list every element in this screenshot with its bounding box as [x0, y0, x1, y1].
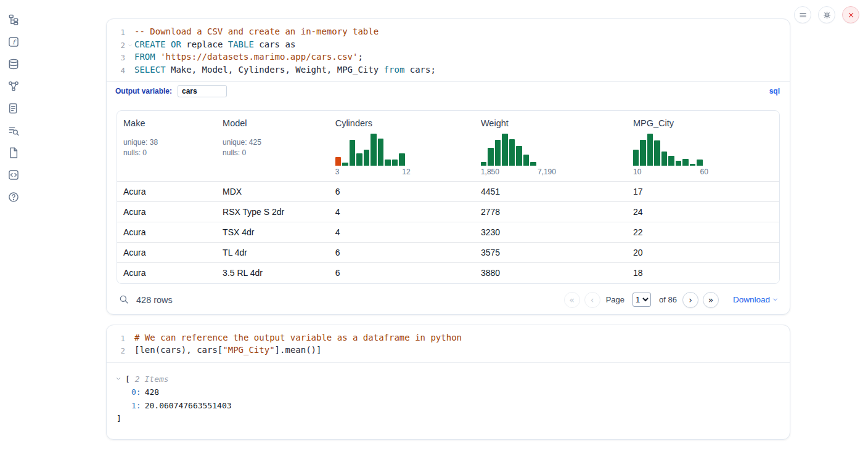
fold-chevron-icon[interactable] — [125, 39, 134, 48]
histogram-bar — [690, 164, 696, 166]
first-page-button[interactable]: « — [564, 292, 580, 308]
last-page-button[interactable]: » — [703, 292, 719, 308]
dependency-graph-icon[interactable] — [7, 80, 20, 92]
code-token: [len(cars), cars[ — [134, 345, 223, 355]
column-label: Make — [123, 118, 210, 128]
code-token: Make, Model, Cylinders, Weight, MPG_City — [166, 65, 384, 75]
snippets-icon[interactable] — [7, 169, 20, 181]
tree-collapse-chevron-icon[interactable] — [115, 374, 124, 383]
sql-code-editor[interactable]: 1 -- Download a CSV and create an in-mem… — [107, 19, 790, 81]
item-value: 20.060747663551403 — [145, 401, 232, 410]
item-index: 0: — [131, 387, 141, 397]
scratchpad-icon[interactable] — [7, 102, 20, 115]
search-icon[interactable] — [118, 294, 130, 306]
gutter — [125, 332, 134, 336]
histogram-bar — [647, 134, 653, 166]
next-page-button[interactable]: › — [682, 292, 698, 308]
histogram-bar — [523, 155, 530, 166]
code-token: ; — [358, 52, 362, 62]
hamburger-menu-icon[interactable] — [794, 6, 811, 23]
line-number: 2 — [110, 39, 125, 52]
histogram-bar — [640, 140, 646, 166]
histogram-bar — [661, 152, 668, 166]
code-line: 2 [len(cars), cars["MPG_City"].mean()] — [110, 344, 781, 357]
code-token: replace — [181, 39, 228, 49]
histogram-bar — [350, 140, 356, 166]
histogram-bar — [371, 134, 377, 166]
download-label: Download — [733, 295, 770, 304]
histogram-bar — [335, 157, 342, 166]
column-header-cylinders[interactable]: Cylinders 312 — [329, 111, 475, 182]
column-label: Model — [223, 118, 323, 128]
histogram-bar — [502, 134, 508, 166]
weight-histogram: 1,8507,190 — [481, 134, 556, 176]
column-label: MPG_City — [633, 118, 773, 128]
code-token: # We can reference the output variable a… — [134, 333, 462, 342]
previous-page-button[interactable]: ‹ — [584, 292, 600, 308]
list-item: 1:20.060747663551403 — [115, 399, 780, 413]
output-variable-input[interactable] — [178, 85, 227, 97]
chevron-down-icon — [772, 296, 779, 303]
mpg-city-histogram: 1060 — [633, 134, 708, 176]
page-label: Page — [606, 295, 624, 304]
gutter — [125, 26, 134, 30]
documentation-icon[interactable] — [7, 147, 20, 159]
histogram-bar — [682, 159, 689, 166]
code-token: "MPG_City" — [223, 345, 274, 355]
line-number: 4 — [110, 64, 125, 77]
function-icon[interactable]: f — [7, 36, 20, 48]
histogram-bar — [342, 163, 348, 166]
code-line: 1 -- Download a CSV and create an in-mem… — [110, 26, 781, 39]
code-token: cars as — [254, 39, 295, 49]
datasources-icon[interactable] — [7, 58, 20, 70]
histogram-bar — [488, 148, 494, 166]
column-label: Weight — [481, 118, 621, 128]
histogram-bar — [481, 162, 487, 166]
axis-max: 7,190 — [538, 168, 556, 176]
results-table: Make unique: 38 nulls: 0 Model unique: 4… — [117, 110, 780, 284]
column-header-model[interactable]: Model unique: 425 nulls: 0 — [216, 111, 329, 182]
download-button[interactable]: Download — [733, 295, 779, 304]
histogram-bar — [697, 160, 703, 166]
axis-max: 60 — [700, 168, 708, 176]
item-index: 1: — [131, 401, 141, 410]
table-of-contents-icon[interactable] — [7, 124, 20, 137]
histogram-bar — [392, 160, 398, 166]
histogram-bar — [676, 161, 682, 166]
pagination: « ‹ Page 1 of 86 › » Download — [564, 292, 779, 308]
file-explorer-icon[interactable] — [7, 14, 20, 26]
line-number: 3 — [110, 51, 125, 64]
histogram-bar — [385, 160, 391, 166]
output-variable-row: Output variable: sql — [107, 81, 790, 103]
table-footer: 428 rows « ‹ Page 1 of 86 › » Download — [107, 284, 790, 314]
table-row: AcuraRSX Type S 2dr4277824 — [117, 202, 779, 222]
code-line: 2 CREATE OR replace TABLE cars as — [110, 39, 781, 52]
code-token: CREATE — [134, 39, 166, 49]
column-stats: unique: 425 nulls: 0 — [223, 137, 323, 158]
help-icon[interactable] — [7, 191, 20, 203]
code-token: -- Download a CSV and create an in-memor… — [134, 26, 379, 36]
gear-icon[interactable] — [818, 6, 835, 23]
axis-min: 1,850 — [481, 168, 499, 176]
axis-min: 3 — [335, 168, 340, 176]
code-token: TABLE — [228, 39, 254, 49]
python-code-editor[interactable]: 1 # We can reference the output variable… — [107, 325, 790, 362]
histogram-bar — [530, 162, 536, 166]
gutter — [125, 64, 134, 68]
axis-min: 10 — [633, 168, 641, 176]
code-token: OR — [171, 39, 181, 49]
column-header-mpg-city[interactable]: MPG_City 1060 — [627, 111, 779, 182]
close-icon[interactable] — [842, 6, 859, 23]
column-label: Cylinders — [335, 118, 469, 128]
code-token: SELECT — [134, 65, 166, 75]
axis-max: 12 — [402, 168, 410, 176]
sql-cell: 1 -- Download a CSV and create an in-mem… — [106, 18, 790, 315]
row-count: 428 rows — [136, 295, 173, 305]
code-line: 1 # We can reference the output variable… — [110, 332, 781, 345]
table-row: AcuraTL 4dr6357520 — [117, 243, 779, 263]
histogram-bar — [495, 140, 501, 166]
column-header-make[interactable]: Make unique: 38 nulls: 0 — [117, 111, 216, 182]
histogram-bar — [378, 139, 384, 166]
page-select[interactable]: 1 — [633, 293, 651, 307]
column-header-weight[interactable]: Weight 1,8507,190 — [475, 111, 627, 182]
